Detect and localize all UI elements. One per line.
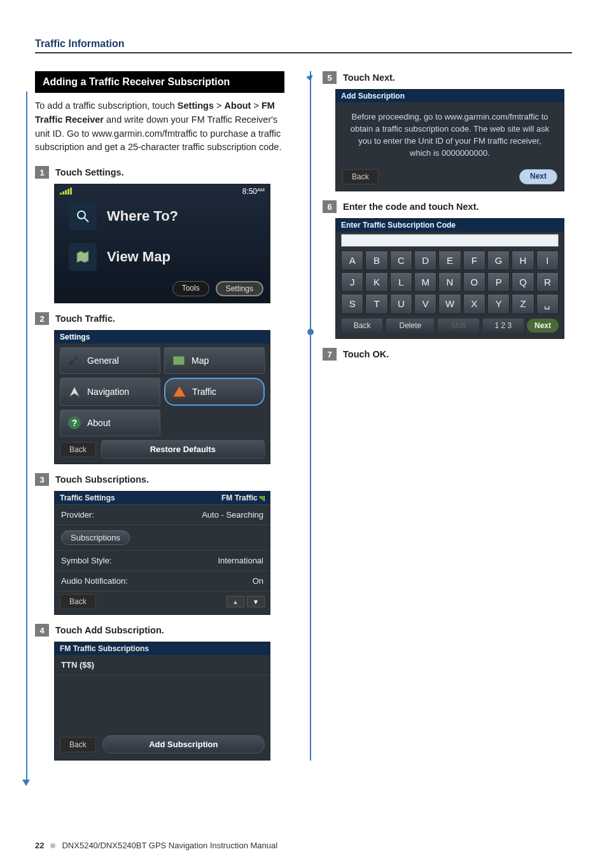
key-p[interactable]: P: [487, 272, 510, 292]
map-icon: [69, 243, 97, 271]
numeric-button[interactable]: 1 2 3: [482, 318, 524, 333]
key-f[interactable]: F: [463, 251, 485, 270]
subscriptions-row[interactable]: Subscriptions: [55, 525, 270, 550]
step-1: 1 Touch Settings.: [35, 166, 284, 179]
key-z[interactable]: Z: [512, 294, 534, 314]
about-button[interactable]: ? About: [60, 410, 160, 436]
tools-button[interactable]: Tools: [172, 281, 209, 296]
key-u[interactable]: U: [390, 294, 412, 314]
navigation-label: Navigation: [87, 387, 129, 397]
settings-button[interactable]: Settings: [216, 281, 263, 296]
screenshot-fm-subscriptions: FM Traffic Subscriptions TTN ($$) Back A…: [54, 642, 270, 761]
traffic-button[interactable]: Traffic: [164, 378, 265, 406]
step-2-label: Touch Traffic.: [55, 313, 115, 324]
back-button[interactable]: Back: [341, 318, 383, 333]
back-button[interactable]: Back: [60, 442, 96, 457]
svg-point-0: [78, 211, 85, 219]
fm-traffic-indicator: FM Traffic: [221, 493, 265, 502]
key-n[interactable]: N: [438, 272, 461, 292]
signal-icon: [60, 187, 72, 195]
signal-small-icon: [260, 496, 265, 501]
symbol-style-row[interactable]: Symbol Style: International: [55, 550, 270, 570]
add-sub-message: Before proceeding, go to www.garmin.com/…: [336, 102, 564, 165]
provider-row[interactable]: Provider: Auto - Searching: [55, 504, 270, 525]
shift-button[interactable]: Shift: [437, 318, 479, 333]
back-button[interactable]: Back: [60, 594, 96, 609]
delete-button[interactable]: Delete: [386, 318, 435, 333]
key-r[interactable]: R: [536, 272, 559, 292]
key-e[interactable]: E: [438, 251, 461, 270]
map-button[interactable]: Map: [164, 347, 265, 374]
where-to-row[interactable]: Where To?: [55, 196, 270, 237]
screenshot-traffic-settings: Traffic Settings FM Traffic Provider: Au…: [54, 491, 270, 615]
screenshot-add-subscription: Add Subscription Before proceeding, go t…: [335, 89, 564, 191]
key-b[interactable]: B: [365, 251, 387, 270]
step-3-num: 3: [35, 473, 49, 486]
key-c[interactable]: C: [390, 251, 412, 270]
intro-b2: About: [225, 100, 251, 111]
svg-rect-3: [173, 356, 185, 365]
page-footer: 22 DNX5240/DNX5240BT GPS Navigation Inst…: [35, 841, 277, 850]
settings-title: Settings: [55, 331, 270, 343]
key-j[interactable]: J: [341, 272, 363, 292]
next-button[interactable]: Next: [519, 169, 557, 184]
key-t[interactable]: T: [365, 294, 387, 314]
svg-text:?: ?: [72, 418, 78, 428]
provider-label: Provider:: [61, 510, 94, 520]
view-map-row[interactable]: View Map: [55, 237, 270, 277]
subscription-item[interactable]: TTN ($$): [55, 655, 270, 675]
audio-row[interactable]: Audio Notification: On: [55, 570, 270, 591]
svg-marker-4: [69, 387, 80, 397]
back-button[interactable]: Back: [60, 737, 96, 752]
general-button[interactable]: General: [60, 347, 160, 374]
view-map-label: View Map: [107, 249, 171, 265]
key-x[interactable]: X: [463, 294, 485, 314]
step-6-label: Enter the code and touch Next.: [343, 202, 479, 212]
key-d[interactable]: D: [414, 251, 436, 270]
key-i[interactable]: I: [536, 251, 559, 270]
key-w[interactable]: W: [438, 294, 461, 314]
fm-subs-title: FM Traffic Subscriptions: [55, 642, 270, 655]
key-space[interactable]: ␣: [536, 294, 559, 314]
key-v[interactable]: V: [414, 294, 436, 314]
key-k[interactable]: K: [365, 272, 387, 292]
key-s[interactable]: S: [341, 294, 363, 314]
footer-dot-icon: [50, 843, 55, 848]
navigation-button[interactable]: Navigation: [60, 378, 160, 406]
section-header: Traffic Information: [35, 38, 572, 53]
provider-value: Auto - Searching: [202, 510, 263, 520]
key-l[interactable]: L: [390, 272, 412, 292]
svg-line-1: [85, 218, 88, 222]
intro-b1: Settings: [178, 100, 214, 111]
where-to-label: Where To?: [107, 208, 178, 224]
key-m[interactable]: M: [414, 272, 436, 292]
symbol-style-value: International: [218, 556, 263, 565]
step-3-label: Touch Subscriptions.: [55, 474, 149, 485]
key-h[interactable]: H: [512, 251, 534, 270]
back-button[interactable]: Back: [342, 169, 379, 184]
step-1-label: Touch Settings.: [55, 167, 124, 177]
panel-title: Adding a Traffic Receiver Subscription: [35, 71, 284, 93]
restore-defaults-button[interactable]: Restore Defaults: [101, 440, 265, 458]
up-arrow-icon[interactable]: ▲: [227, 596, 244, 607]
code-input[interactable]: [341, 234, 559, 247]
key-a[interactable]: A: [341, 251, 363, 270]
step-7-label: Touch OK.: [343, 349, 389, 359]
add-subscription-button[interactable]: Add Subscription: [102, 735, 265, 754]
key-g[interactable]: G: [487, 251, 510, 270]
next-button[interactable]: Next: [527, 319, 559, 333]
intro-gt1: >: [214, 100, 225, 111]
audio-value: On: [253, 576, 263, 586]
key-q[interactable]: Q: [512, 272, 534, 292]
step-3: 3 Touch Subscriptions.: [35, 473, 284, 486]
down-arrow-icon[interactable]: ▼: [247, 596, 265, 607]
audio-label: Audio Notification:: [61, 576, 128, 586]
screenshot-settings: Settings General Map Navigation Traffic: [54, 330, 270, 464]
traffic-label: Traffic: [192, 387, 216, 397]
step-5-num: 5: [323, 71, 337, 84]
key-y[interactable]: Y: [487, 294, 510, 314]
screenshot-home: 8:50AM Where To? View Map Tools Settings: [54, 184, 270, 303]
intro-text: To add a traffic subscription, touch Set…: [35, 99, 284, 155]
screenshot-keyboard: Enter Traffic Subscription Code A B C D …: [335, 218, 564, 339]
key-o[interactable]: O: [463, 272, 485, 292]
